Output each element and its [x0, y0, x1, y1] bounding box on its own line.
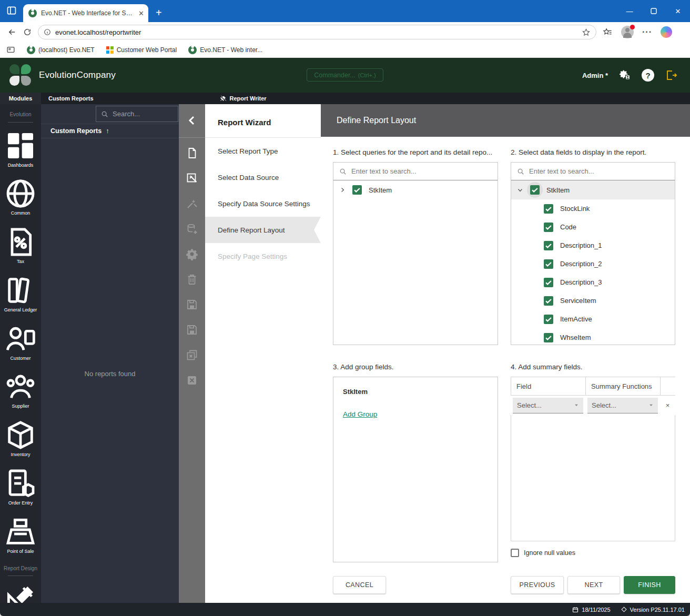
bookmark-customer-web-portal[interactable]: Customer Web Portal	[106, 46, 177, 54]
sage-evolution-logo	[9, 64, 32, 86]
address-bar[interactable]: evonet.localhost/reportwriter	[38, 25, 596, 39]
add-group-link[interactable]: Add Group	[343, 410, 377, 418]
chevron-down-icon[interactable]	[517, 187, 523, 193]
report-wizard-button[interactable]	[186, 172, 198, 185]
unpin-icon[interactable]	[220, 95, 227, 102]
field-item-whseitem[interactable]: WhseItem	[511, 328, 675, 345]
browser-profile-avatar[interactable]	[621, 26, 634, 38]
sidebar-item-supplier[interactable]: Supplier	[3, 368, 38, 411]
quick-report-button	[186, 197, 198, 210]
reports-search-input[interactable]: Search...	[96, 106, 178, 122]
field-label: ServiceItem	[560, 297, 596, 305]
new-report-button[interactable]	[186, 147, 198, 159]
field-item-description_1[interactable]: Description_1	[511, 236, 675, 255]
search-icon	[517, 168, 524, 175]
window-maximize-button[interactable]	[642, 0, 666, 22]
sidebar-item-tax[interactable]: Tax	[3, 223, 38, 267]
checkbox-checked[interactable]	[544, 278, 553, 287]
bookmark-localhost-evonet[interactable]: (localhost) Evo.NET	[27, 46, 95, 54]
tab-close-icon[interactable]: ✕	[138, 9, 144, 17]
checkbox-checked[interactable]	[544, 223, 553, 232]
checkbox-checked[interactable]	[544, 333, 553, 342]
field-item-serviceitem[interactable]: ServiceItem	[511, 291, 675, 310]
sidebar-item-general-ledger[interactable]: General Ledger	[3, 271, 38, 315]
commander-button[interactable]: Commander... (Ctrl+.)	[307, 68, 383, 82]
sidebar-item-dashboards[interactable]: Dashboards	[3, 127, 38, 170]
order-icon	[4, 467, 37, 500]
field-select-dropdown[interactable]: Select...	[513, 398, 583, 413]
ruler-pen-icon	[4, 582, 37, 603]
wizard-step-define-report-layout[interactable]: Define Report Layout	[205, 217, 321, 243]
app-header: EvolutionCompany Commander... (Ctrl+.) A…	[0, 58, 690, 93]
checkbox-checked[interactable]	[544, 315, 553, 324]
admin-settings-icon[interactable]	[618, 69, 631, 82]
logout-icon[interactable]	[665, 69, 677, 82]
modules-label[interactable]: Modules	[0, 93, 41, 104]
sidebar-item-common[interactable]: Common	[3, 175, 38, 218]
summary-function-select-dropdown[interactable]: Select...	[587, 398, 658, 413]
sidebar-item-report-layout-editor[interactable]: Report Layout Editor	[3, 580, 38, 603]
tab-report-writer[interactable]: Report Writer	[220, 95, 267, 102]
window-close-button[interactable]: ✕	[666, 0, 690, 22]
summary-col-actions	[660, 377, 675, 396]
microsoft-icon	[106, 46, 114, 54]
field-item-description_3[interactable]: Description_3	[511, 273, 675, 291]
sidebar-item-point-of-sale[interactable]: Point of Sale	[3, 513, 38, 557]
finish-button[interactable]: FINISH	[624, 576, 675, 594]
previous-button[interactable]: PREVIOUS	[511, 576, 564, 594]
toolbar-divider	[179, 137, 205, 138]
customer-icon	[4, 322, 37, 356]
user-menu[interactable]: Admin *	[582, 72, 608, 79]
wizard-step-specify-data-source-settings[interactable]: Specify Data Source Settings	[205, 190, 321, 217]
remove-summary-row-button[interactable]: ×	[660, 401, 675, 409]
refresh-icon[interactable]	[23, 28, 32, 36]
browser-menu-icon[interactable]: ···	[642, 27, 652, 37]
sort-ascending-icon: ↑	[106, 127, 109, 135]
copilot-icon[interactable]	[661, 26, 672, 38]
pos-icon	[4, 515, 37, 549]
checkbox-checked[interactable]	[352, 185, 362, 195]
sidebar-toggle-icon[interactable]	[6, 45, 15, 54]
browser-tab[interactable]: Evo.NET - Web Interface for Sage ✕	[23, 4, 148, 22]
queries-search-input[interactable]: Enter text to search...	[333, 163, 498, 180]
reports-list-header[interactable]: Custom Reports ↑	[41, 124, 179, 138]
collections-icon[interactable]	[603, 27, 613, 37]
sidebar-item-inventory[interactable]: Inventory	[3, 416, 38, 460]
chevron-right-icon[interactable]	[339, 187, 346, 193]
site-info-icon[interactable]	[44, 28, 51, 36]
back-icon[interactable]	[7, 27, 17, 37]
checkbox-checked[interactable]	[544, 296, 553, 306]
new-tab-button[interactable]: +	[156, 7, 162, 19]
field-item-code[interactable]: Code	[511, 218, 675, 236]
favorite-star-icon[interactable]	[582, 28, 591, 37]
workspaces-icon[interactable]	[6, 5, 17, 16]
field-item-description_2[interactable]: Description_2	[511, 255, 675, 273]
add-data-source-button	[186, 223, 198, 235]
sidebar-divider	[8, 575, 33, 576]
status-date: 18/11/2025	[582, 607, 610, 613]
collapse-panel-button[interactable]	[186, 114, 198, 127]
help-icon[interactable]: ?	[642, 69, 654, 82]
window-minimize-button[interactable]: —	[617, 0, 642, 22]
wizard-step-select-report-type[interactable]: Select Report Type	[205, 138, 321, 164]
wizard-step-select-data-source[interactable]: Select Data Source	[205, 164, 321, 190]
cancel-button[interactable]: CANCEL	[333, 576, 386, 594]
bookmark-evonet-web[interactable]: Evo.NET - Web inter...	[188, 46, 262, 54]
sidebar-item-customer[interactable]: Customer	[3, 320, 38, 363]
bookmarks-bar: (localhost) Evo.NET Customer Web Portal …	[0, 42, 690, 58]
checkbox-checked[interactable]	[530, 185, 540, 195]
checkbox-checked[interactable]	[544, 259, 553, 269]
checkbox-checked[interactable]	[544, 204, 553, 214]
field-item-stocklink[interactable]: StockLink	[511, 199, 675, 218]
fields-search-input[interactable]: Enter text to search...	[511, 163, 675, 180]
next-button[interactable]: NEXT	[567, 576, 620, 594]
sidebar-item-order-entry[interactable]: Order Entry	[3, 464, 38, 508]
ignore-null-checkbox[interactable]	[511, 549, 519, 557]
tab-custom-reports[interactable]: Custom Reports	[44, 95, 98, 102]
search-icon	[101, 110, 108, 118]
field-parent-item[interactable]: StkItem	[511, 180, 675, 199]
field-item-itemactive[interactable]: ItemActive	[511, 310, 675, 328]
query-tree-item[interactable]: StkItem	[333, 180, 498, 199]
no-reports-message: No reports found	[41, 370, 179, 378]
checkbox-checked[interactable]	[544, 241, 553, 250]
